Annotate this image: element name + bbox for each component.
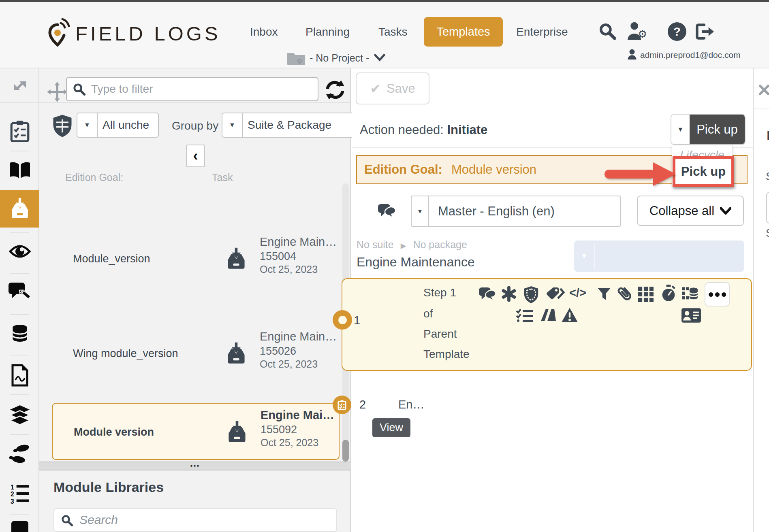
search-icon (61, 515, 73, 527)
asterisk-icon[interactable] (501, 286, 517, 302)
project-name: - No Project - (310, 52, 369, 64)
paperclip-icon[interactable] (617, 285, 633, 302)
shield-table-icon[interactable] (52, 114, 73, 138)
pickup-dropdown-toggle[interactable]: ▼ (671, 115, 690, 144)
step-row[interactable]: 2 En… View (342, 385, 752, 442)
search-icon[interactable] (599, 23, 617, 40)
tags-icon[interactable] (546, 286, 565, 302)
filter-funnel-icon[interactable] (597, 286, 611, 302)
user-settings-icon[interactable]: ⚙ (627, 21, 651, 42)
template-language-dropdown[interactable]: ▼ (574, 240, 744, 272)
sidebar-numbered-list-icon[interactable]: 1 2 3 (10, 484, 30, 504)
save-label: Save (387, 81, 415, 96)
collapse-column-button[interactable]: ‹ (186, 145, 205, 167)
sidebar-database-icon[interactable] (10, 324, 30, 342)
filter-search-input[interactable] (90, 79, 315, 99)
edition-goal-label: Wing module_version (73, 347, 178, 360)
step-card-selected[interactable]: 1 Step 1 of Parent Template (342, 278, 752, 371)
table-row-selected[interactable]: Module version Engine Mai… 155092 Oct 25… (52, 403, 340, 460)
module-libraries-title: Module Libraries (53, 479, 164, 495)
annotation-highlight-box: Pick up (673, 156, 734, 187)
warning-icon[interactable] (561, 307, 578, 323)
road-icon[interactable] (539, 307, 556, 323)
step-number: 2 (359, 398, 366, 411)
logout-icon[interactable] (695, 23, 715, 40)
nav-planning[interactable]: Planning (305, 26, 350, 38)
divider (10, 232, 29, 233)
column-header-goal: Edition Goal: (65, 172, 123, 183)
libraries-search-input[interactable] (79, 511, 330, 529)
action-needed-value: Initiate (447, 123, 487, 137)
comment-bubbles-icon[interactable] (378, 204, 395, 220)
sidebar-book-icon[interactable] (9, 161, 31, 179)
filter-search-box (66, 77, 318, 101)
panel-text-clipped: S (766, 227, 769, 240)
edition-goal-label: Edition Goal: (364, 162, 442, 177)
data-records-icon[interactable] (682, 286, 698, 302)
view-button[interactable]: View (372, 418, 410, 437)
help-icon[interactable]: ? (668, 22, 686, 41)
nav-templates-active[interactable]: Templates (424, 17, 503, 47)
menu-item-pickup[interactable]: Pick up (681, 164, 726, 179)
task-id: 155026 (260, 345, 296, 358)
id-card-icon[interactable] (681, 307, 701, 323)
shield-icon[interactable] (523, 286, 539, 304)
close-icon[interactable] (759, 85, 769, 95)
sidebar-comment-edit-icon[interactable] (8, 282, 32, 302)
save-button[interactable]: ✔ Save (356, 72, 429, 104)
sidebar-footprints-icon[interactable] (9, 444, 31, 464)
sidebar-checklist-clipboard-icon[interactable] (10, 120, 30, 142)
task-title: Engine Main… (260, 330, 337, 343)
step-title-line: Step 1 (423, 286, 456, 299)
language-select[interactable]: ▼ Master - English (en) (411, 196, 621, 227)
panel-drag-handle[interactable]: ••• (39, 462, 351, 470)
scrollbar-thumb[interactable] (342, 440, 349, 462)
sidebar-inbox-tray-active[interactable] (0, 190, 39, 228)
chevron-down-icon: ▼ (77, 113, 98, 137)
stopwatch-icon[interactable] (661, 285, 676, 302)
move-icon[interactable] (47, 82, 67, 102)
comments-icon[interactable] (478, 287, 496, 302)
grid-icon[interactable] (638, 287, 654, 302)
pickup-button[interactable]: Pick up (690, 115, 745, 144)
refresh-icon[interactable] (324, 79, 346, 100)
chevron-down-icon: ▼ (412, 196, 429, 226)
brand-text: FIELD LOGS (75, 22, 221, 45)
nav-enterprise[interactable]: Enterprise (516, 26, 568, 38)
nav-tasks[interactable]: Tasks (378, 26, 408, 38)
tray-download-icon (226, 247, 247, 272)
collapse-all-button[interactable]: Collapse all (637, 196, 744, 226)
more-ellipsis-button[interactable] (705, 282, 730, 306)
expand-icon[interactable] (11, 77, 29, 95)
project-selector[interactable]: ⚙ - No Project - (287, 51, 400, 67)
action-needed-text: Action needed: Initiate (360, 123, 487, 137)
group-by-label: Group by (172, 119, 218, 132)
sidebar-layers-icon[interactable] (9, 405, 31, 425)
chevron-down-icon (374, 54, 385, 62)
status-filter-value: All unche (98, 113, 149, 137)
task-title: Engine Main… (260, 235, 337, 249)
expand-cell[interactable] (0, 68, 39, 103)
status-filter-dropdown[interactable]: ▼ All unche (77, 113, 159, 138)
svg-text:⚙: ⚙ (297, 58, 302, 65)
code-icon[interactable]: </> (569, 286, 586, 300)
sidebar-eye-icon[interactable] (9, 243, 31, 260)
inbox-tray-icon (10, 198, 30, 220)
chevron-down-icon: ▼ (574, 240, 594, 272)
group-by-value: Suite & Package (243, 113, 331, 137)
icon-sidebar: 1 2 3 (0, 68, 39, 532)
breadcrumb-package: No package (413, 239, 467, 250)
sidebar-pdf-file-icon[interactable] (11, 364, 29, 387)
edition-goal-label: Module_version (73, 253, 150, 265)
task-date: Oct 25, 2023 (260, 264, 318, 275)
step-number: 1 (354, 314, 360, 327)
checklist-icon[interactable] (516, 308, 534, 323)
table-row[interactable]: Module_version Engine Main… 155004 Oct 2… (52, 230, 340, 287)
table-row[interactable]: Wing module_version Engine Main… 155026 … (52, 325, 340, 382)
step-title-truncated: En… (398, 398, 424, 411)
sidebar-partial-icon[interactable] (11, 521, 28, 532)
nav-inbox[interactable]: Inbox (250, 26, 278, 38)
user-email: admin.preprod1@doc.com (640, 50, 741, 60)
divider (10, 394, 29, 395)
app-window: FIELD LOGS Inbox Planning Tasks Template… (0, 0, 769, 532)
